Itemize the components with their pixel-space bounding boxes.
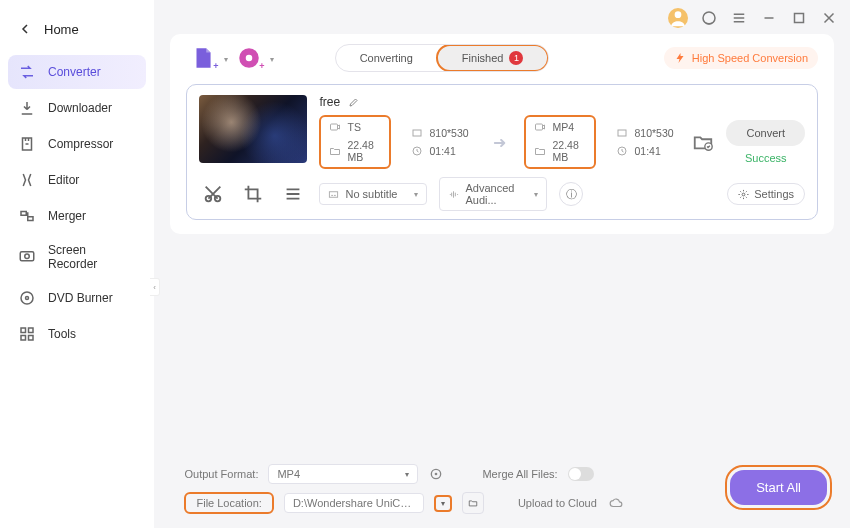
- sidebar-item-label: DVD Burner: [48, 291, 113, 305]
- tools-icon: [18, 325, 36, 343]
- audio-select[interactable]: Advanced Audi...▾: [439, 177, 547, 211]
- status-label: Success: [745, 152, 787, 164]
- resolution-icon: [616, 127, 628, 139]
- minimize-icon[interactable]: [760, 9, 778, 27]
- home-label: Home: [44, 22, 79, 37]
- close-icon[interactable]: [820, 9, 838, 27]
- svg-point-1: [25, 254, 30, 259]
- file-location-label: File Location:: [184, 492, 273, 514]
- output-format-select[interactable]: MP4▾: [268, 464, 418, 484]
- sidebar-item-converter[interactable]: Converter: [8, 55, 146, 89]
- sidebar-item-dvd-burner[interactable]: DVD Burner: [8, 281, 146, 315]
- sidebar-item-label: Converter: [48, 65, 101, 79]
- sidebar-item-downloader[interactable]: Downloader: [8, 91, 146, 125]
- gear-icon: [738, 189, 749, 200]
- svg-point-9: [703, 12, 715, 24]
- sidebar-item-tools[interactable]: Tools: [8, 317, 146, 351]
- dest-format-box[interactable]: MP4 22.48 MB: [524, 115, 596, 169]
- back-icon: [20, 22, 30, 37]
- effect-icon[interactable]: [279, 183, 307, 205]
- tab-finished[interactable]: Finished 1: [436, 44, 550, 72]
- svg-rect-13: [331, 124, 338, 130]
- sidebar-item-editor[interactable]: Editor: [8, 163, 146, 197]
- editor-icon: [18, 171, 36, 189]
- dest-res-box: 810*530 01:41: [608, 123, 680, 161]
- file-location-field[interactable]: D:\Wondershare UniConverter 1: [284, 493, 424, 513]
- source-format-box: TS 22.48 MB: [319, 115, 391, 169]
- subtitle-icon: [328, 189, 339, 200]
- cloud-icon[interactable]: [607, 496, 625, 510]
- high-speed-button[interactable]: High Speed Conversion: [664, 47, 818, 69]
- sidebar-item-merger[interactable]: Merger: [8, 199, 146, 233]
- svg-rect-17: [618, 130, 626, 136]
- source-res-box: 810*530 01:41: [403, 123, 475, 161]
- clock-icon: [616, 145, 628, 157]
- titlebar: [154, 0, 850, 30]
- file-title: free: [319, 95, 340, 109]
- merge-label: Merge All Files:: [482, 468, 557, 480]
- svg-point-3: [26, 297, 29, 300]
- subtitle-select[interactable]: No subtitle▾: [319, 183, 427, 205]
- menu-icon[interactable]: [730, 9, 748, 27]
- open-folder-icon[interactable]: [692, 131, 714, 153]
- avatar-icon[interactable]: [668, 8, 688, 28]
- folder-icon: [534, 145, 546, 157]
- sidebar-item-label: Downloader: [48, 101, 112, 115]
- trim-icon[interactable]: [199, 183, 227, 205]
- svg-rect-22: [330, 191, 338, 197]
- svg-rect-6: [21, 336, 26, 341]
- sidebar-item-label: Compressor: [48, 137, 113, 151]
- output-format-label: Output Format:: [184, 468, 258, 480]
- svg-rect-16: [536, 124, 543, 130]
- compressor-icon: [18, 135, 36, 153]
- add-file-button[interactable]: +▾: [190, 45, 216, 71]
- dvd-icon: [18, 289, 36, 307]
- video-icon: [534, 121, 546, 133]
- svg-rect-14: [413, 130, 421, 136]
- upload-label: Upload to Cloud: [518, 497, 597, 509]
- sidebar-item-screen-recorder[interactable]: Screen Recorder: [8, 235, 146, 279]
- svg-rect-10: [795, 14, 804, 23]
- merge-toggle[interactable]: [568, 467, 594, 481]
- home-nav[interactable]: Home: [0, 12, 154, 55]
- output-settings-icon[interactable]: [428, 466, 444, 482]
- resolution-icon: [411, 127, 423, 139]
- sidebar-item-label: Screen Recorder: [48, 243, 136, 271]
- thumbnail[interactable]: [199, 95, 307, 163]
- info-button[interactable]: ⓘ: [559, 182, 583, 206]
- svg-rect-5: [29, 328, 34, 333]
- tab-converting[interactable]: Converting: [336, 45, 437, 71]
- svg-point-12: [246, 55, 253, 62]
- toolbar: +▾ +▾ Converting Finished 1 High Speed C…: [186, 44, 818, 72]
- add-disc-button[interactable]: +▾: [236, 45, 262, 71]
- sidebar-item-label: Tools: [48, 327, 76, 341]
- arrow-icon: ➜: [487, 133, 512, 152]
- open-location-icon[interactable]: [462, 492, 484, 514]
- sidebar-item-label: Editor: [48, 173, 79, 187]
- file-item: free TS 22.48 MB 810*530 01:41 ➜: [186, 84, 818, 220]
- svg-point-8: [675, 11, 682, 18]
- clock-icon: [411, 145, 423, 157]
- rename-icon[interactable]: [348, 96, 360, 108]
- svg-rect-4: [21, 328, 26, 333]
- downloader-icon: [18, 99, 36, 117]
- svg-point-25: [435, 473, 438, 476]
- convert-button[interactable]: Convert: [726, 120, 805, 146]
- sidebar-item-compressor[interactable]: Compressor: [8, 127, 146, 161]
- main: +▾ +▾ Converting Finished 1 High Speed C…: [154, 0, 850, 528]
- crop-icon[interactable]: [239, 183, 267, 205]
- bolt-icon: [674, 52, 686, 64]
- start-all-wrapper: Start All: [725, 465, 832, 510]
- start-all-button[interactable]: Start All: [730, 470, 827, 505]
- location-dropdown-icon[interactable]: ▾: [434, 495, 452, 512]
- svg-point-23: [742, 193, 745, 196]
- support-icon[interactable]: [700, 9, 718, 27]
- video-icon: [329, 121, 341, 133]
- folder-icon: [329, 145, 341, 157]
- maximize-icon[interactable]: [790, 9, 808, 27]
- svg-rect-0: [20, 252, 34, 261]
- converter-icon: [18, 63, 36, 81]
- finished-badge: 1: [509, 51, 523, 65]
- svg-point-2: [21, 292, 33, 304]
- settings-button[interactable]: Settings: [727, 183, 805, 205]
